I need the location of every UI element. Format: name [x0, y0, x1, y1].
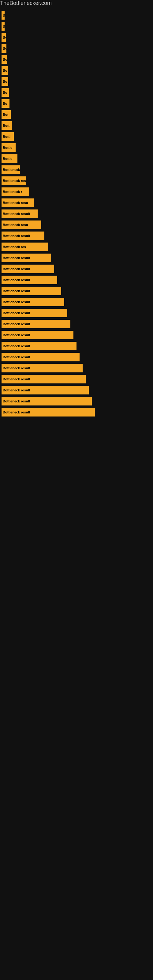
bar-label: Bo: [3, 80, 7, 83]
bar-label: Bottleneck result: [3, 300, 30, 304]
bar: B: [2, 11, 5, 20]
bar: Bottleneck r: [2, 188, 29, 196]
bar-label: Bottleneck result: [3, 212, 30, 216]
bar-row: Bottleneck result: [2, 320, 153, 328]
bar-label: Bottleneck result: [3, 410, 30, 414]
bar-label: Bot: [3, 113, 8, 116]
bar-row: Bottle: [2, 154, 153, 163]
bar: Bott: [2, 121, 12, 130]
bars-container: BBBoBoBoBoBoBoBoBotBottBottlBottleBottle…: [0, 6, 153, 419]
bar-label: Bottle: [3, 146, 12, 150]
bar-label: Bottleneck result: [3, 267, 30, 271]
bar-label: Bo: [3, 46, 6, 50]
bar: Bottleneck result: [2, 386, 89, 395]
bar-row: Bottleneck result: [2, 254, 153, 262]
bar-row: Bottleneck result: [2, 331, 153, 339]
bar-label: Bottleneck result: [3, 289, 30, 293]
bar-row: Bottleneck result: [2, 286, 153, 295]
bar: Bottl: [2, 132, 14, 141]
bar-label: Bo: [3, 102, 7, 105]
bar: Bottleneck resu: [2, 221, 41, 229]
bar: Bo: [2, 66, 8, 75]
bar-row: Bottleneck: [2, 165, 153, 174]
bar-row: Bottleneck result: [2, 265, 153, 273]
bar-label: Bottleneck result: [3, 311, 30, 315]
bar-label: B: [3, 24, 5, 28]
bar: Bo: [2, 77, 8, 86]
bar: Bottleneck result: [2, 275, 57, 284]
bar-row: Bo: [2, 55, 153, 64]
bar-label: Bottleneck result: [3, 366, 30, 370]
bar-row: Bottleneck resu: [2, 199, 153, 207]
bar-row: Bottleneck result: [2, 210, 153, 218]
bar: Bottleneck res: [2, 243, 48, 251]
bar: Bo: [2, 55, 7, 64]
bar: Bottleneck result: [2, 397, 92, 406]
bar-row: B: [2, 11, 153, 20]
bar-row: Bottl: [2, 132, 153, 141]
bar: Bottleneck result: [2, 210, 38, 218]
bar: Bot: [2, 110, 11, 119]
bar: Bottleneck result: [2, 375, 86, 383]
bar-row: Bottleneck result: [2, 408, 153, 417]
bar: Bottleneck result: [2, 298, 64, 306]
bar-row: Bott: [2, 121, 153, 130]
bar-row: Bottleneck result: [2, 232, 153, 240]
bar-label: B: [3, 13, 5, 17]
bar-row: Bottleneck result: [2, 375, 153, 383]
bar: Bo: [2, 33, 6, 41]
bar-row: Bo: [2, 33, 153, 41]
bar-row: B: [2, 22, 153, 30]
bar-label: Bottleneck result: [3, 322, 30, 326]
bar: Bottleneck result: [2, 320, 70, 328]
bar: Bottleneck result: [2, 286, 61, 295]
bar-label: Bottleneck result: [3, 399, 30, 403]
bar: Bottleneck resu: [2, 199, 33, 207]
bar-row: Bottleneck result: [2, 309, 153, 317]
bar: B: [2, 22, 5, 30]
bar: Bo: [2, 44, 6, 52]
bar-label: Bottleneck resu: [3, 223, 28, 227]
bar-label: Bottleneck r: [3, 190, 22, 194]
bar-label: Bo: [3, 68, 7, 72]
bar-label: Bottleneck result: [3, 355, 30, 359]
bar: Bottleneck result: [2, 364, 83, 372]
bar-label: Bottleneck: [3, 168, 20, 172]
bar: Bo: [2, 99, 10, 108]
bar-label: Bottleneck result: [3, 388, 30, 392]
bar-row: Bottleneck result: [2, 353, 153, 361]
bar-row: Bo: [2, 99, 153, 108]
bar-row: Bottleneck result: [2, 298, 153, 306]
bar-row: Bo: [2, 44, 153, 52]
bar-label: Bottleneck result: [3, 278, 30, 282]
bar-label: Bottl: [3, 135, 10, 138]
bar: Bottleneck result: [2, 309, 67, 317]
bar-row: Bo: [2, 88, 153, 97]
bar: Bottleneck res: [2, 177, 26, 185]
bar-label: Bo: [3, 91, 7, 94]
bar-row: Bottleneck resu: [2, 221, 153, 229]
bar: Bo: [2, 88, 9, 97]
bar-row: Bottleneck result: [2, 364, 153, 372]
bar: Bottleneck result: [2, 232, 45, 240]
bar-label: Bottleneck resu: [3, 201, 28, 205]
bar-label: Bo: [3, 35, 6, 39]
bar: Bottleneck result: [2, 353, 80, 361]
bar-label: Bottleneck result: [3, 344, 30, 348]
bar-label: Bo: [3, 57, 7, 61]
bar-label: Bottleneck result: [3, 377, 30, 381]
bar-row: Bottleneck res: [2, 177, 153, 185]
bar-label: Bottleneck result: [3, 234, 30, 238]
bar-label: Bottle: [3, 157, 12, 161]
bar-row: Bottleneck result: [2, 386, 153, 395]
bar-row: Bot: [2, 110, 153, 119]
bar: Bottle: [2, 154, 18, 163]
bar: Bottleneck: [2, 165, 20, 174]
bar-row: Bottleneck res: [2, 243, 153, 251]
bar-label: Bottleneck res: [3, 179, 26, 183]
bar: Bottleneck result: [2, 254, 51, 262]
bar-label: Bottleneck result: [3, 333, 30, 337]
bar: Bottleneck result: [2, 342, 76, 350]
bar-row: Bottle: [2, 143, 153, 152]
bar: Bottleneck result: [2, 265, 54, 273]
